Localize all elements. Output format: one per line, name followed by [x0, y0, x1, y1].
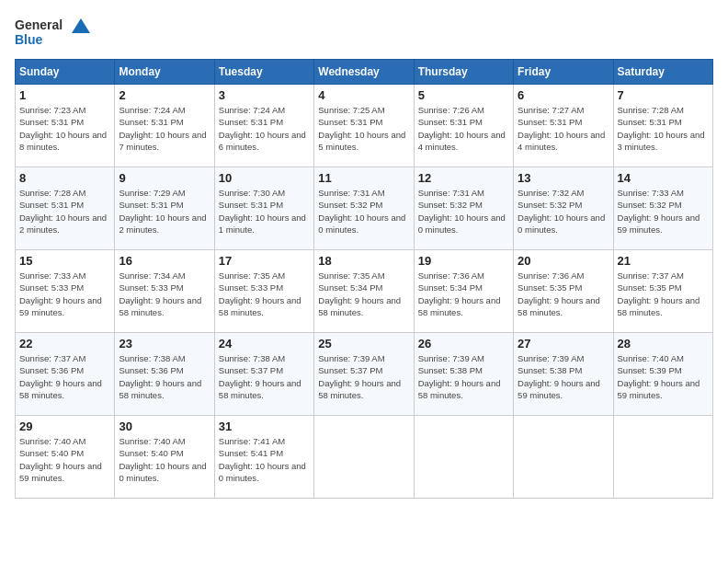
- day-number: 30: [119, 419, 210, 433]
- day-info: Sunrise: 7:33 AMSunset: 5:33 PMDaylight:…: [19, 270, 110, 318]
- day-number: 21: [618, 254, 709, 268]
- calendar-day-26: 26 Sunrise: 7:39 AMSunset: 5:38 PMDaylig…: [414, 333, 513, 416]
- day-number: 28: [618, 337, 709, 350]
- day-info: Sunrise: 7:25 AMSunset: 5:31 PMDaylight:…: [318, 104, 409, 153]
- empty-cell: [414, 416, 513, 499]
- day-number: 3: [219, 88, 310, 102]
- calendar-day-21: 21 Sunrise: 7:37 AMSunset: 5:35 PMDaylig…: [613, 250, 712, 333]
- day-info: Sunrise: 7:36 AMSunset: 5:35 PMDaylight:…: [518, 270, 609, 318]
- weekday-header-sunday: Sunday: [16, 60, 115, 85]
- calendar-day-6: 6 Sunrise: 7:27 AMSunset: 5:31 PMDayligh…: [514, 85, 613, 167]
- weekday-header-thursday: Thursday: [414, 60, 513, 85]
- day-number: 24: [219, 337, 310, 350]
- day-info: Sunrise: 7:31 AMSunset: 5:32 PMDaylight:…: [318, 187, 409, 236]
- day-number: 13: [518, 171, 609, 185]
- day-info: Sunrise: 7:41 AMSunset: 5:41 PMDaylight:…: [219, 435, 310, 484]
- day-number: 14: [618, 171, 709, 185]
- day-number: 17: [219, 254, 310, 268]
- weekday-header-row: SundayMondayTuesdayWednesdayThursdayFrid…: [16, 60, 713, 85]
- calendar-week-1: 1 Sunrise: 7:23 AMSunset: 5:31 PMDayligh…: [16, 85, 713, 167]
- day-number: 23: [119, 337, 210, 350]
- day-info: Sunrise: 7:32 AMSunset: 5:32 PMDaylight:…: [518, 187, 609, 236]
- day-info: Sunrise: 7:28 AMSunset: 5:31 PMDaylight:…: [618, 104, 709, 153]
- calendar-day-23: 23 Sunrise: 7:38 AMSunset: 5:36 PMDaylig…: [115, 333, 214, 416]
- day-info: Sunrise: 7:38 AMSunset: 5:37 PMDaylight:…: [219, 352, 310, 401]
- day-info: Sunrise: 7:40 AMSunset: 5:40 PMDaylight:…: [19, 435, 110, 484]
- day-number: 10: [219, 171, 310, 185]
- day-info: Sunrise: 7:35 AMSunset: 5:34 PMDaylight:…: [318, 270, 409, 318]
- calendar-table: SundayMondayTuesdayWednesdayThursdayFrid…: [15, 59, 713, 499]
- day-number: 15: [19, 254, 110, 268]
- day-info: Sunrise: 7:29 AMSunset: 5:31 PMDaylight:…: [119, 187, 210, 236]
- day-info: Sunrise: 7:40 AMSunset: 5:40 PMDaylight:…: [119, 435, 210, 484]
- calendar-week-3: 15 Sunrise: 7:33 AMSunset: 5:33 PMDaylig…: [16, 250, 713, 333]
- calendar-day-28: 28 Sunrise: 7:40 AMSunset: 5:39 PMDaylig…: [613, 333, 712, 416]
- calendar-day-3: 3 Sunrise: 7:24 AMSunset: 5:31 PMDayligh…: [214, 85, 313, 167]
- day-number: 20: [518, 254, 609, 268]
- day-info: Sunrise: 7:28 AMSunset: 5:31 PMDaylight:…: [19, 187, 110, 236]
- day-info: Sunrise: 7:39 AMSunset: 5:38 PMDaylight:…: [418, 352, 509, 401]
- day-info: Sunrise: 7:36 AMSunset: 5:34 PMDaylight:…: [418, 270, 509, 318]
- calendar-day-14: 14 Sunrise: 7:33 AMSunset: 5:32 PMDaylig…: [613, 167, 712, 250]
- calendar-day-8: 8 Sunrise: 7:28 AMSunset: 5:31 PMDayligh…: [16, 167, 115, 250]
- calendar-day-15: 15 Sunrise: 7:33 AMSunset: 5:33 PMDaylig…: [16, 250, 115, 333]
- day-info: Sunrise: 7:30 AMSunset: 5:31 PMDaylight:…: [219, 187, 310, 236]
- day-info: Sunrise: 7:23 AMSunset: 5:31 PMDaylight:…: [19, 104, 110, 153]
- day-number: 26: [418, 337, 509, 350]
- day-number: 16: [119, 254, 210, 268]
- svg-text:General: General: [15, 17, 63, 32]
- calendar-day-5: 5 Sunrise: 7:26 AMSunset: 5:31 PMDayligh…: [414, 85, 513, 167]
- day-info: Sunrise: 7:26 AMSunset: 5:31 PMDaylight:…: [418, 104, 509, 153]
- calendar-day-17: 17 Sunrise: 7:35 AMSunset: 5:33 PMDaylig…: [214, 250, 313, 333]
- calendar-week-4: 22 Sunrise: 7:37 AMSunset: 5:36 PMDaylig…: [16, 333, 713, 416]
- day-number: 1: [19, 88, 110, 102]
- day-info: Sunrise: 7:37 AMSunset: 5:36 PMDaylight:…: [19, 352, 110, 401]
- day-info: Sunrise: 7:35 AMSunset: 5:33 PMDaylight:…: [219, 270, 310, 318]
- calendar-week-2: 8 Sunrise: 7:28 AMSunset: 5:31 PMDayligh…: [16, 167, 713, 250]
- day-number: 8: [19, 171, 110, 185]
- calendar-week-5: 29 Sunrise: 7:40 AMSunset: 5:40 PMDaylig…: [16, 416, 713, 499]
- weekday-header-saturday: Saturday: [613, 60, 712, 85]
- calendar-body: 1 Sunrise: 7:23 AMSunset: 5:31 PMDayligh…: [16, 85, 713, 499]
- weekday-header-tuesday: Tuesday: [214, 60, 313, 85]
- calendar-day-31: 31 Sunrise: 7:41 AMSunset: 5:41 PMDaylig…: [214, 416, 313, 499]
- calendar-day-7: 7 Sunrise: 7:28 AMSunset: 5:31 PMDayligh…: [613, 85, 712, 167]
- calendar-day-2: 2 Sunrise: 7:24 AMSunset: 5:31 PMDayligh…: [115, 85, 214, 167]
- weekday-header-wednesday: Wednesday: [314, 60, 414, 85]
- day-number: 2: [119, 88, 210, 102]
- day-info: Sunrise: 7:33 AMSunset: 5:32 PMDaylight:…: [618, 187, 709, 236]
- day-info: Sunrise: 7:39 AMSunset: 5:38 PMDaylight:…: [518, 352, 609, 401]
- calendar-day-11: 11 Sunrise: 7:31 AMSunset: 5:32 PMDaylig…: [314, 167, 414, 250]
- svg-text:Blue: Blue: [15, 32, 43, 47]
- calendar-day-27: 27 Sunrise: 7:39 AMSunset: 5:38 PMDaylig…: [514, 333, 613, 416]
- svg-marker-2: [72, 18, 90, 33]
- day-number: 11: [318, 171, 409, 185]
- day-number: 31: [219, 419, 310, 433]
- calendar-day-25: 25 Sunrise: 7:39 AMSunset: 5:37 PMDaylig…: [314, 333, 414, 416]
- day-number: 5: [418, 88, 509, 102]
- calendar-day-10: 10 Sunrise: 7:30 AMSunset: 5:31 PMDaylig…: [214, 167, 313, 250]
- day-number: 18: [318, 254, 409, 268]
- calendar-day-1: 1 Sunrise: 7:23 AMSunset: 5:31 PMDayligh…: [16, 85, 115, 167]
- day-number: 6: [518, 88, 609, 102]
- empty-cell: [314, 416, 414, 499]
- calendar-day-13: 13 Sunrise: 7:32 AMSunset: 5:32 PMDaylig…: [514, 167, 613, 250]
- calendar-day-30: 30 Sunrise: 7:40 AMSunset: 5:40 PMDaylig…: [115, 416, 214, 499]
- day-info: Sunrise: 7:24 AMSunset: 5:31 PMDaylight:…: [219, 104, 310, 153]
- empty-cell: [613, 416, 712, 499]
- calendar-day-16: 16 Sunrise: 7:34 AMSunset: 5:33 PMDaylig…: [115, 250, 214, 333]
- day-number: 19: [418, 254, 509, 268]
- calendar-day-20: 20 Sunrise: 7:36 AMSunset: 5:35 PMDaylig…: [514, 250, 613, 333]
- day-number: 12: [418, 171, 509, 185]
- day-info: Sunrise: 7:27 AMSunset: 5:31 PMDaylight:…: [518, 104, 609, 153]
- page-header: General Blue: [15, 15, 713, 52]
- day-number: 27: [518, 337, 609, 350]
- weekday-header-monday: Monday: [115, 60, 214, 85]
- day-number: 7: [618, 88, 709, 102]
- day-info: Sunrise: 7:40 AMSunset: 5:39 PMDaylight:…: [618, 352, 709, 401]
- day-number: 25: [318, 337, 409, 350]
- day-number: 29: [19, 419, 110, 433]
- day-info: Sunrise: 7:38 AMSunset: 5:36 PMDaylight:…: [119, 352, 210, 401]
- day-number: 22: [19, 337, 110, 350]
- calendar-day-24: 24 Sunrise: 7:38 AMSunset: 5:37 PMDaylig…: [214, 333, 313, 416]
